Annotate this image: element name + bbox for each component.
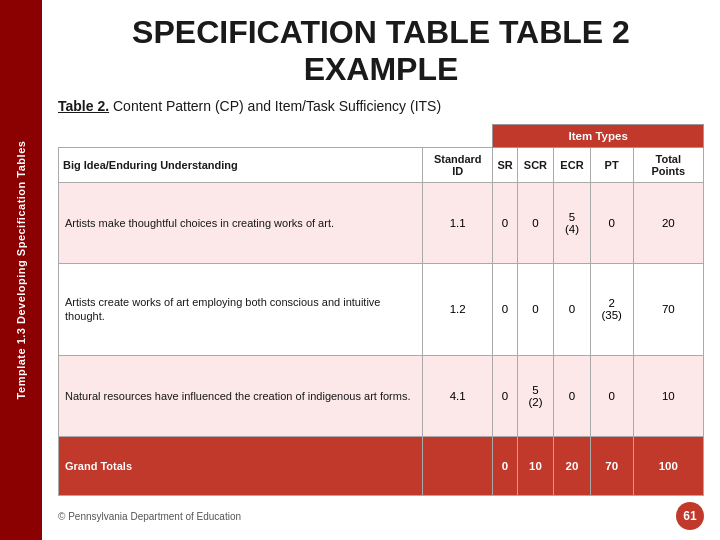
cell-total: 10 xyxy=(633,355,703,436)
table-row: Artists create works of art employing bo… xyxy=(59,263,704,355)
cell-scr: 5 (2) xyxy=(517,355,554,436)
cell-label: Artists create works of art employing bo… xyxy=(59,263,423,355)
column-headers-row: Big Idea/Enduring Understanding Standard… xyxy=(59,147,704,182)
sidebar: Template 1.3 Developing Specification Ta… xyxy=(0,0,42,540)
col-total-points: Total Points xyxy=(633,147,703,182)
cell-sr: 0 xyxy=(493,437,517,496)
col-scr: SCR xyxy=(517,147,554,182)
cell-scr: 0 xyxy=(517,263,554,355)
cell-sr: 0 xyxy=(493,263,517,355)
cell-total: 20 xyxy=(633,182,703,263)
cell-standard-id xyxy=(423,437,493,496)
table-row: Natural resources have influenced the cr… xyxy=(59,355,704,436)
item-types-header: Item Types xyxy=(493,124,704,147)
main-content: SPECIFICATION TABLE TABLE 2 EXAMPLE Tabl… xyxy=(42,0,720,540)
cell-sr: 0 xyxy=(493,355,517,436)
cell-label: Artists make thoughtful choices in creat… xyxy=(59,182,423,263)
cell-ecr: 20 xyxy=(554,437,591,496)
col-big-idea: Big Idea/Enduring Understanding xyxy=(59,147,423,182)
table-ref: Table 2. xyxy=(58,98,109,114)
table-row: Artists make thoughtful choices in creat… xyxy=(59,182,704,263)
cell-pt: 70 xyxy=(590,437,633,496)
page-title: SPECIFICATION TABLE TABLE 2 EXAMPLE xyxy=(58,14,704,88)
col-standard-id: Standard ID xyxy=(423,147,493,182)
cell-ecr: 5 (4) xyxy=(554,182,591,263)
cell-label: Natural resources have influenced the cr… xyxy=(59,355,423,436)
col-pt: PT xyxy=(590,147,633,182)
item-types-header-row: Item Types xyxy=(59,124,704,147)
cell-pt: 0 xyxy=(590,182,633,263)
sidebar-label: Template 1.3 Developing Specification Ta… xyxy=(15,141,27,400)
specification-table: Item Types Big Idea/Enduring Understandi… xyxy=(58,124,704,496)
footer: © Pennsylvania Department of Education 6… xyxy=(58,502,704,530)
subtitle: Table 2. Content Pattern (CP) and Item/T… xyxy=(58,98,704,114)
cell-standard-id: 4.1 xyxy=(423,355,493,436)
col-ecr: ECR xyxy=(554,147,591,182)
cell-standard-id: 1.1 xyxy=(423,182,493,263)
cell-total: 70 xyxy=(633,263,703,355)
table-body: Artists make thoughtful choices in creat… xyxy=(59,182,704,495)
cell-pt: 2 (35) xyxy=(590,263,633,355)
copyright-text: © Pennsylvania Department of Education xyxy=(58,511,241,522)
cell-pt: 0 xyxy=(590,355,633,436)
cell-scr: 0 xyxy=(517,182,554,263)
col-sr: SR xyxy=(493,147,517,182)
empty-header xyxy=(59,124,493,147)
cell-total: 100 xyxy=(633,437,703,496)
cell-ecr: 0 xyxy=(554,355,591,436)
cell-scr: 10 xyxy=(517,437,554,496)
table-row: Grand Totals 0 10 20 70 100 xyxy=(59,437,704,496)
cell-standard-id: 1.2 xyxy=(423,263,493,355)
cell-ecr: 0 xyxy=(554,263,591,355)
cell-label: Grand Totals xyxy=(59,437,423,496)
page-number-badge: 61 xyxy=(676,502,704,530)
subtitle-rest: Content Pattern (CP) and Item/Task Suffi… xyxy=(113,98,441,114)
cell-sr: 0 xyxy=(493,182,517,263)
